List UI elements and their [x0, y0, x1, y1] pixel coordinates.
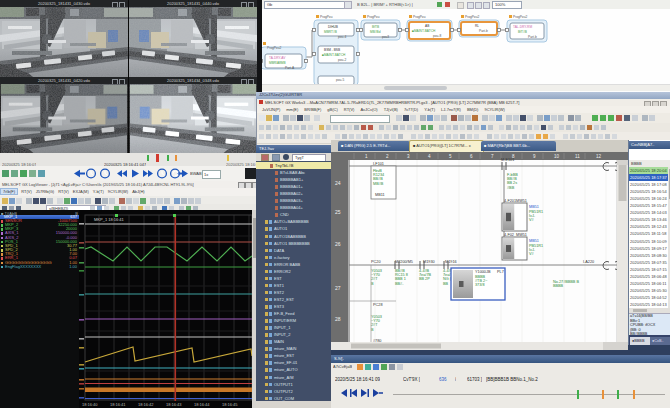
svg-text:■MAINT-BATCH: ■MAINT-BATCH [412, 29, 436, 33]
svg-text:18:16:44: 18:16:44 [194, 402, 210, 407]
svg-text:I-F101: I-F101 [373, 162, 384, 166]
svg-text:I-A220: I-A220 [583, 260, 594, 264]
svg-text:Part-b: Part-b [528, 35, 537, 39]
svg-text:PC20: PC20 [371, 260, 381, 264]
svg-text:12: 12 [596, 154, 602, 159]
svg-text:MB11: MB11 [375, 193, 385, 197]
svg-text:ProgPou2: ProgPou2 [513, 15, 527, 19]
svg-text:BSM - BSB: BSM - BSB [324, 48, 340, 52]
svg-text:pou-5: pou-5 [336, 78, 344, 82]
svg-text:AB: AB [425, 24, 429, 28]
svg-text:4-F02: 4-F02 [504, 233, 514, 237]
svg-text:Part-A: Part-A [285, 66, 295, 70]
svg-text:BfT#B: BfT#B [518, 30, 527, 34]
svg-text:MB#Bd: MB#Bd [370, 30, 381, 34]
svg-text:PL7: PL7 [497, 270, 504, 274]
svg-text:M1916: M1916 [445, 260, 457, 264]
svg-text:26: 26 [335, 241, 341, 247]
svg-text:■MAINT-BATCH: ■MAINT-BATCH [322, 53, 346, 57]
svg-text:4-F201: 4-F201 [504, 199, 516, 203]
svg-text:MW51: MW51 [516, 199, 527, 203]
svg-text:18:16:42: 18:16:42 [138, 402, 154, 407]
svg-text:pou-2: pou-2 [338, 58, 346, 62]
svg-text:TA-DRY-AV: TA-DRY-AV [269, 56, 286, 60]
svg-text:pou3: pou3 [382, 35, 389, 39]
svg-text:27: 27 [335, 285, 341, 291]
svg-text:DIHUB: DIHUB [328, 25, 338, 29]
svg-text:RL: RL [475, 24, 479, 28]
svg-text:BBBB: BBBB [553, 284, 564, 288]
svg-text:24: 24 [335, 180, 341, 186]
svg-text:M-E101: M-E101 [501, 158, 514, 162]
svg-text:MB51: MB51 [529, 205, 539, 209]
svg-text:TAL-DRY-RM: TAL-DRY-RM [513, 25, 532, 29]
svg-text:Y1000JB: Y1000JB [475, 270, 491, 274]
svg-text:BB: BB [443, 282, 449, 286]
svg-text:#BB: #BB [507, 186, 515, 190]
svg-text:ProgPou: ProgPou [413, 15, 426, 19]
svg-text:ProgPou2: ProgPou2 [465, 15, 479, 19]
svg-text:MBRT#B: MBRT#B [324, 30, 337, 34]
svg-text:M2200/M5: M2200/M5 [395, 260, 413, 264]
svg-text:ProgPou: ProgPou [320, 15, 333, 19]
svg-text:18:16:45: 18:16:45 [222, 402, 238, 407]
svg-text:pou-4: pou-4 [338, 35, 346, 39]
svg-text:MB#B: MB#B [373, 182, 384, 186]
svg-text:10: 10 [554, 154, 560, 159]
svg-text:18:16:40: 18:16:40 [82, 402, 98, 407]
svg-text:MBRIA8MB: MBRIA8MB [269, 61, 286, 65]
svg-text:M1930: M1930 [423, 260, 435, 264]
svg-text:BfTB: BfTB [372, 25, 379, 29]
svg-text:25: 25 [335, 209, 341, 215]
svg-text:18:16:41: 18:16:41 [110, 402, 126, 407]
svg-text:BB#-: BB#- [395, 282, 404, 286]
svg-text:18:16:43: 18:16:43 [166, 402, 182, 407]
svg-text:MB51: MB51 [529, 239, 539, 243]
svg-text:MKP_1 18:16:41: MKP_1 18:16:41 [94, 217, 125, 222]
svg-text:MW51: MW51 [516, 233, 527, 237]
svg-text:11: 11 [575, 154, 580, 159]
svg-text:PC28: PC28 [373, 303, 383, 307]
svg-text:373/8: 373/8 [475, 283, 485, 287]
svg-text:28: 28 [335, 316, 341, 322]
svg-text:ProgPou: ProgPou [367, 15, 380, 19]
svg-text:ProgPou2: ProgPou2 [267, 46, 281, 50]
svg-text:Part-b: Part-b [479, 29, 488, 33]
svg-text:pou-8: pou-8 [433, 34, 441, 38]
svg-text:BB 2P: BB 2P [419, 277, 430, 281]
